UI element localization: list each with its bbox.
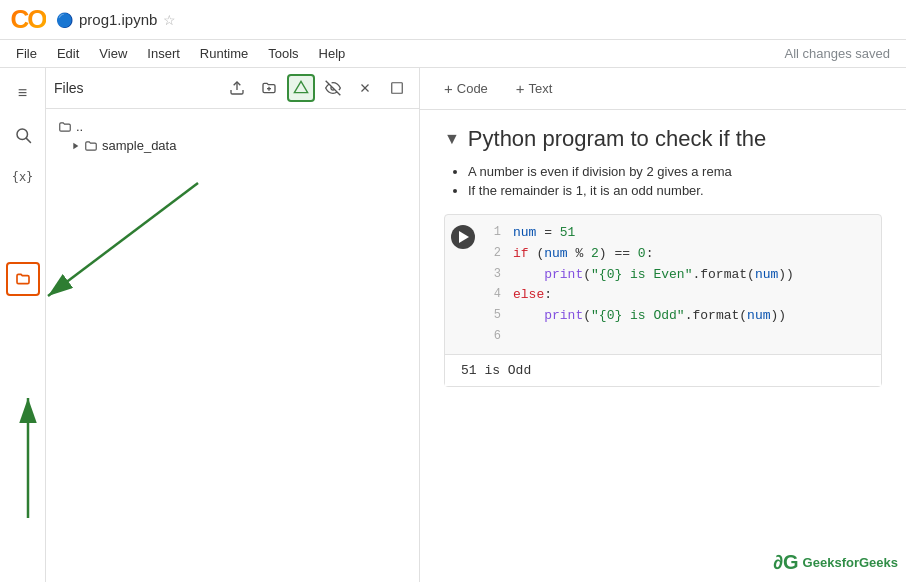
heading-text: Python program to check if the: [468, 126, 766, 152]
parent-dir-label: ..: [76, 119, 83, 134]
code-label: Code: [457, 81, 488, 96]
plus-text-icon: +: [516, 80, 525, 97]
bullet-item-2: If the remainder is 1, it is an odd numb…: [468, 183, 882, 198]
add-code-button[interactable]: + Code: [436, 76, 496, 101]
toggle-icon[interactable]: ▼: [444, 130, 460, 148]
plus-code-icon: +: [444, 80, 453, 97]
file-panel: Files: [46, 68, 419, 582]
expand-panel-button[interactable]: [383, 74, 411, 102]
add-text-button[interactable]: + Text: [508, 76, 561, 101]
main-layout: ≡ {x} Files: [0, 68, 906, 582]
notebook-content: ▼ Python program to check if the A numbe…: [420, 110, 906, 415]
run-circle[interactable]: [451, 225, 475, 249]
file-panel-header: Files: [46, 68, 419, 109]
file-panel-actions: [223, 74, 411, 102]
file-title[interactable]: prog1.ipynb: [79, 11, 157, 28]
drive-icon: 🔵: [56, 12, 73, 28]
logo-text: CO: [11, 4, 46, 35]
menu-help[interactable]: Help: [311, 44, 354, 63]
search-icon[interactable]: [6, 118, 40, 152]
sidebar: ≡ {x} Files: [0, 68, 420, 582]
sample-data-label: sample_data: [102, 138, 176, 153]
code-lines[interactable]: 1 num = 51 2 if (num % 2) == 0: 3 print(…: [481, 215, 881, 354]
svg-marker-14: [73, 142, 78, 149]
menu-view[interactable]: View: [91, 44, 135, 63]
menu-runtime[interactable]: Runtime: [192, 44, 256, 63]
menu-tools[interactable]: Tools: [260, 44, 306, 63]
variables-icon[interactable]: {x}: [6, 160, 40, 194]
colab-logo: CO: [8, 0, 48, 40]
drive-upload-button[interactable]: [287, 74, 315, 102]
gfg-text: GeeksforGeeks: [803, 555, 898, 570]
menu-bar: File Edit View Insert Runtime Tools Help…: [0, 40, 906, 68]
star-icon[interactable]: ☆: [163, 12, 176, 28]
output-cell: 51 is Odd: [445, 354, 881, 386]
code-line-6: 6: [481, 327, 881, 346]
text-label: Text: [529, 81, 553, 96]
code-cell: 1 num = 51 2 if (num % 2) == 0: 3 print(…: [444, 214, 882, 387]
code-line-5: 5 print("{0} is Odd".format(num)): [481, 306, 881, 327]
sample-data-folder-item[interactable]: sample_data: [54, 136, 411, 155]
left-strip: ≡ {x}: [0, 68, 46, 582]
code-line-1: 1 num = 51: [481, 223, 881, 244]
files-panel-icon[interactable]: [6, 262, 40, 296]
run-triangle-icon: [459, 231, 469, 243]
code-line-3: 3 print("{0} is Even".format(num)): [481, 265, 881, 286]
section-heading: ▼ Python program to check if the: [444, 126, 882, 152]
menu-edit[interactable]: Edit: [49, 44, 87, 63]
output-text: 51 is Odd: [461, 363, 531, 378]
svg-rect-13: [392, 83, 403, 94]
code-line-2: 2 if (num % 2) == 0:: [481, 244, 881, 265]
run-button[interactable]: [445, 215, 481, 249]
svg-marker-9: [294, 81, 307, 92]
hide-panel-button[interactable]: [319, 74, 347, 102]
code-cell-inner: 1 num = 51 2 if (num % 2) == 0: 3 print(…: [445, 215, 881, 354]
parent-dir-item[interactable]: ..: [54, 117, 411, 136]
gfg-watermark: ∂G GeeksforGeeks: [773, 551, 898, 574]
file-tree: .. sample_data: [46, 109, 419, 163]
new-folder-button[interactable]: [255, 74, 283, 102]
code-line-4: 4 else:: [481, 285, 881, 306]
upload-file-button[interactable]: [223, 74, 251, 102]
menu-file[interactable]: File: [8, 44, 45, 63]
toolbar-row: + Code + Text: [420, 68, 906, 110]
bullet-list: A number is even if division by 2 gives …: [468, 164, 882, 198]
svg-line-5: [26, 138, 30, 142]
gfg-logo: ∂G: [773, 551, 798, 574]
content-area: + Code + Text ▼ Python program to check …: [420, 68, 906, 582]
save-status: All changes saved: [776, 44, 898, 63]
close-panel-button[interactable]: [351, 74, 379, 102]
bullet-item-1: A number is even if division by 2 gives …: [468, 164, 882, 179]
top-bar: CO 🔵 prog1.ipynb ☆: [0, 0, 906, 40]
menu-insert[interactable]: Insert: [139, 44, 188, 63]
hamburger-menu-icon[interactable]: ≡: [6, 76, 40, 110]
files-title: Files: [54, 80, 84, 96]
